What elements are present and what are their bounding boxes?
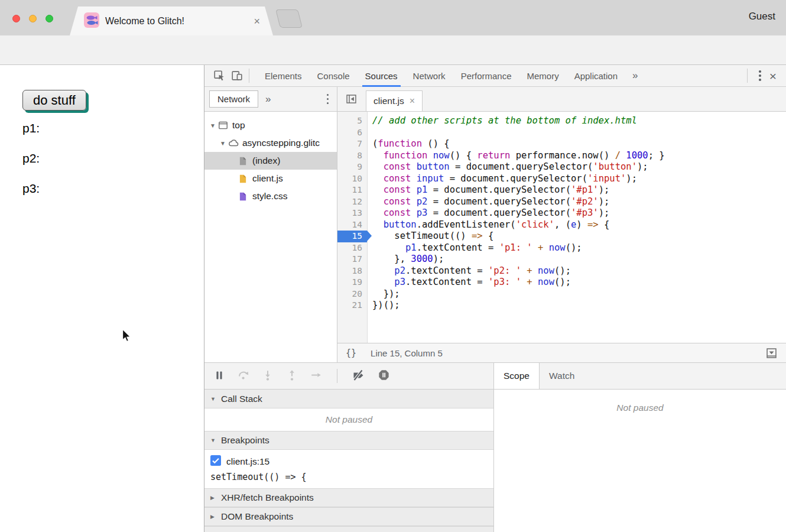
code-text: const p2 = document.querySelector('#p2')… [367,196,609,208]
line-number[interactable]: 11 [337,184,367,196]
editor-tab-clientjs[interactable]: client.js × [366,90,423,111]
tree-item-label: client.js [252,173,283,184]
tab-memory[interactable]: Memory [519,65,567,87]
deactivate-breakpoints-icon[interactable] [352,368,366,384]
tree-item-top[interactable]: ▼top [204,116,337,134]
sidebar-toolbar: Network » [204,87,337,112]
toggle-navigator-icon[interactable] [342,90,360,108]
line-number[interactable]: 9 [337,161,367,173]
code-text: p3.textContent = 'p3: ' + now(); [367,277,571,288]
step-over-icon[interactable] [237,369,250,384]
section-title: DOM Breakpoints [221,511,293,522]
file-yellow-icon [238,173,251,184]
scope-status: Not paused [494,403,786,413]
line-number[interactable]: 20 [337,288,367,300]
line-number[interactable]: 17 [337,254,367,265]
pause-script-icon[interactable] [213,369,226,384]
browser-toolbar: Secure https://asyncstepping.glitch.me [0,35,786,65]
step-icon[interactable] [310,369,323,384]
code-line: 10 const input = document.querySelector(… [337,173,786,185]
more-tabs-button[interactable]: » [625,70,645,82]
line-number[interactable]: 19 [337,277,367,288]
code-text [367,127,372,139]
page-content: do stuff p1:p2:p3: [0,65,204,532]
devtools-tabs: ElementsConsoleSourcesNetworkPerformance… [257,65,625,86]
tree-item--index-[interactable]: (index) [204,152,337,170]
mouse-cursor [118,328,134,346]
divider [747,69,748,83]
cursor-position-label: Line 15, Column 5 [371,348,443,358]
code-text: const input = document.querySelector('in… [367,173,637,185]
breakpoint-location[interactable]: client.js:15 [226,456,269,467]
code-line: 8 function now() { return performance.no… [337,150,786,162]
tab-console[interactable]: Console [310,65,358,87]
tab-close-icon[interactable]: × [254,16,260,27]
step-into-icon[interactable] [261,369,274,384]
do-stuff-button[interactable]: do stuff [22,90,86,111]
line-number[interactable]: 16 [337,242,367,254]
sidebar-more-tabs-button[interactable]: » [265,93,271,105]
line-number[interactable]: 5 [337,115,367,127]
devtools-close-icon[interactable]: × [769,70,780,82]
step-out-icon[interactable] [285,369,298,384]
breakpoints-section-header[interactable]: ▼ Breakpoints [204,431,493,450]
tab-performance[interactable]: Performance [453,65,519,87]
code-text: const button = document.querySelector('b… [367,161,648,173]
expand-drawer-icon[interactable] [765,347,778,359]
line-number[interactable]: 8 [337,150,367,162]
glitch-favicon-icon [84,12,99,30]
line-number[interactable]: 13 [337,207,367,219]
code-text: })(); [367,300,400,312]
breakpoint-marker[interactable]: 15 [337,231,367,242]
section-global-listeners[interactable]: ▶Global Listeners [204,526,493,532]
code-line: 16 p1.textContent = 'p1: ' + now(); [337,242,786,254]
tab-network-files[interactable]: Network [209,90,258,108]
tab-watch[interactable]: Watch [540,363,584,389]
minimize-window-button[interactable] [29,15,37,22]
tab-scope[interactable]: Scope [494,363,540,389]
breakpoint-entry[interactable]: client.js:15 setTimeout(() => { [204,450,493,488]
tab-application[interactable]: Application [567,65,625,87]
code-line: 18 p2.textContent = 'p2: ' + now(); [337,265,786,277]
sidebar-menu-icon[interactable] [327,94,329,105]
tree-item-client-js[interactable]: client.js [204,170,337,187]
code-line: 19 p3.textContent = 'p3: ' + now(); [337,277,786,288]
pause-on-exceptions-icon[interactable] [377,368,391,384]
code-line: 12 const p2 = document.querySelector('#p… [337,196,786,208]
browser-tab-strip: Welcome to Glitch! × Guest [0,0,786,35]
editor-tab-close-icon[interactable]: × [410,96,415,106]
sources-sidebar: Network » ▼top▼asyncstepping.glitc(index… [204,87,337,362]
device-toolbar-icon[interactable] [228,67,246,85]
profile-label[interactable]: Guest [749,11,775,22]
tab-network[interactable]: Network [405,65,453,87]
call-stack-section-header[interactable]: ▼ Call Stack [204,390,493,408]
pretty-print-icon[interactable]: {} [346,348,356,358]
tree-item-style-css[interactable]: style.css [204,187,337,205]
line-number[interactable]: 18 [337,265,367,277]
section-xhr-fetch-breakpoints[interactable]: ▶XHR/fetch Breakpoints [204,488,493,507]
tab-elements[interactable]: Elements [257,65,310,87]
tree-item-asyncstepping-glitc[interactable]: ▼asyncstepping.glitc [204,134,337,152]
expander-icon[interactable]: ▼ [218,140,228,147]
line-number[interactable]: 7 [337,138,367,150]
inspect-element-icon[interactable] [210,67,228,85]
line-number[interactable]: 14 [337,219,367,231]
code-line: 20 }); [337,288,786,300]
line-number[interactable]: 6 [337,127,367,139]
devtools-menu-icon[interactable] [759,70,761,81]
editor-pane: client.js × 5// add other scripts at the… [337,87,786,362]
maximize-window-button[interactable] [46,15,53,22]
close-window-button[interactable] [12,15,20,22]
line-number[interactable]: 12 [337,196,367,208]
divider [337,369,337,383]
code-editor[interactable]: 5// add other scripts at the bottom of i… [337,112,786,343]
breakpoint-checkbox[interactable] [210,455,221,468]
line-number[interactable]: 21 [337,300,367,312]
browser-tab[interactable]: Welcome to Glitch! × [70,7,273,35]
new-tab-button[interactable] [275,9,303,28]
paragraph-p3: p3: [22,181,40,194]
expander-icon[interactable]: ▼ [208,122,217,129]
line-number[interactable]: 10 [337,173,367,185]
tab-sources[interactable]: Sources [358,65,405,87]
section-dom-breakpoints[interactable]: ▶DOM Breakpoints [204,507,493,526]
